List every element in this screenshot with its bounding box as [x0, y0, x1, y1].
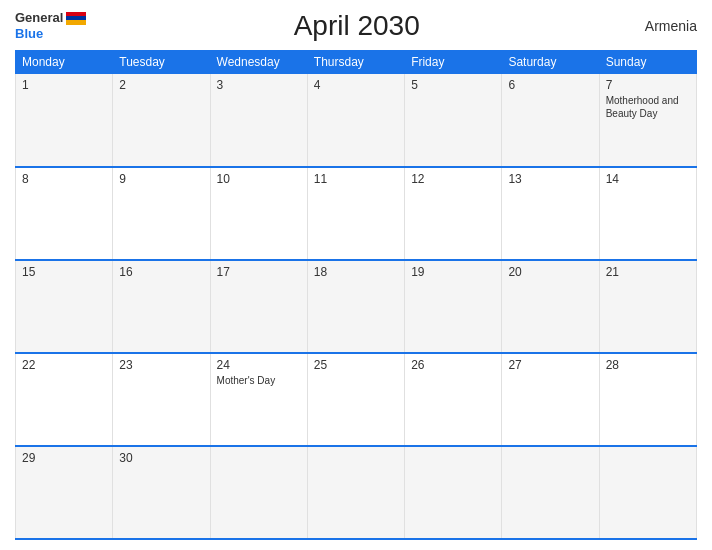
day-number: 9 — [119, 172, 203, 186]
day-number: 7 — [606, 78, 690, 92]
calendar-cell — [502, 446, 599, 539]
day-number: 16 — [119, 265, 203, 279]
calendar-cell: 12 — [405, 167, 502, 260]
calendar-cell: 22 — [16, 353, 113, 446]
header-sunday: Sunday — [599, 51, 696, 74]
calendar-cell — [210, 446, 307, 539]
calendar-cell: 10 — [210, 167, 307, 260]
calendar-cell: 30 — [113, 446, 210, 539]
day-number: 28 — [606, 358, 690, 372]
calendar-cell: 17 — [210, 260, 307, 353]
header: General Blue April 2030 Armenia — [15, 10, 697, 42]
calendar-cell: 6 — [502, 74, 599, 167]
logo-general-text: General — [15, 10, 63, 26]
header-thursday: Thursday — [307, 51, 404, 74]
day-number: 4 — [314, 78, 398, 92]
calendar-cell: 27 — [502, 353, 599, 446]
calendar-cell — [405, 446, 502, 539]
calendar-cell: 13 — [502, 167, 599, 260]
calendar-cell: 4 — [307, 74, 404, 167]
day-number: 19 — [411, 265, 495, 279]
calendar-cell: 2 — [113, 74, 210, 167]
calendar-cell: 16 — [113, 260, 210, 353]
day-number: 21 — [606, 265, 690, 279]
svg-rect-1 — [66, 16, 86, 20]
calendar-cell: 20 — [502, 260, 599, 353]
calendar-cell: 18 — [307, 260, 404, 353]
header-wednesday: Wednesday — [210, 51, 307, 74]
calendar-cell — [599, 446, 696, 539]
calendar-cell: 7Motherhood and Beauty Day — [599, 74, 696, 167]
calendar-page: General Blue April 2030 Armenia Monday T… — [0, 0, 712, 550]
day-number: 13 — [508, 172, 592, 186]
country-label: Armenia — [627, 18, 697, 34]
day-number: 12 — [411, 172, 495, 186]
day-event: Mother's Day — [217, 374, 301, 387]
calendar-week-row: 2930 — [16, 446, 697, 539]
logo-blue-text: Blue — [15, 26, 43, 41]
calendar-cell: 15 — [16, 260, 113, 353]
calendar-cell: 1 — [16, 74, 113, 167]
day-number: 29 — [22, 451, 106, 465]
page-title: April 2030 — [86, 10, 627, 42]
day-number: 5 — [411, 78, 495, 92]
calendar-table: Monday Tuesday Wednesday Thursday Friday… — [15, 50, 697, 540]
calendar-week-row: 222324Mother's Day25262728 — [16, 353, 697, 446]
calendar-week-row: 1234567Motherhood and Beauty Day — [16, 74, 697, 167]
calendar-cell: 19 — [405, 260, 502, 353]
day-number: 14 — [606, 172, 690, 186]
calendar-cell: 26 — [405, 353, 502, 446]
day-number: 22 — [22, 358, 106, 372]
header-saturday: Saturday — [502, 51, 599, 74]
weekday-header-row: Monday Tuesday Wednesday Thursday Friday… — [16, 51, 697, 74]
calendar-header: Monday Tuesday Wednesday Thursday Friday… — [16, 51, 697, 74]
svg-rect-2 — [66, 20, 86, 25]
header-friday: Friday — [405, 51, 502, 74]
calendar-week-row: 15161718192021 — [16, 260, 697, 353]
day-number: 10 — [217, 172, 301, 186]
calendar-cell: 14 — [599, 167, 696, 260]
calendar-body: 1234567Motherhood and Beauty Day89101112… — [16, 74, 697, 540]
calendar-cell: 25 — [307, 353, 404, 446]
calendar-cell: 8 — [16, 167, 113, 260]
day-number: 2 — [119, 78, 203, 92]
day-number: 23 — [119, 358, 203, 372]
calendar-cell: 29 — [16, 446, 113, 539]
day-number: 15 — [22, 265, 106, 279]
day-number: 18 — [314, 265, 398, 279]
calendar-cell: 5 — [405, 74, 502, 167]
day-number: 11 — [314, 172, 398, 186]
calendar-cell: 11 — [307, 167, 404, 260]
day-number: 26 — [411, 358, 495, 372]
calendar-cell: 24Mother's Day — [210, 353, 307, 446]
calendar-week-row: 891011121314 — [16, 167, 697, 260]
header-monday: Monday — [16, 51, 113, 74]
calendar-cell: 21 — [599, 260, 696, 353]
calendar-cell: 9 — [113, 167, 210, 260]
day-number: 3 — [217, 78, 301, 92]
day-number: 6 — [508, 78, 592, 92]
logo-flag-icon — [66, 12, 86, 25]
day-event: Motherhood and Beauty Day — [606, 94, 690, 120]
day-number: 30 — [119, 451, 203, 465]
day-number: 1 — [22, 78, 106, 92]
svg-rect-0 — [66, 12, 86, 16]
calendar-cell: 28 — [599, 353, 696, 446]
calendar-cell: 23 — [113, 353, 210, 446]
day-number: 27 — [508, 358, 592, 372]
day-number: 20 — [508, 265, 592, 279]
day-number: 25 — [314, 358, 398, 372]
calendar-cell — [307, 446, 404, 539]
header-tuesday: Tuesday — [113, 51, 210, 74]
day-number: 24 — [217, 358, 301, 372]
day-number: 17 — [217, 265, 301, 279]
logo: General Blue — [15, 10, 86, 41]
day-number: 8 — [22, 172, 106, 186]
calendar-cell: 3 — [210, 74, 307, 167]
